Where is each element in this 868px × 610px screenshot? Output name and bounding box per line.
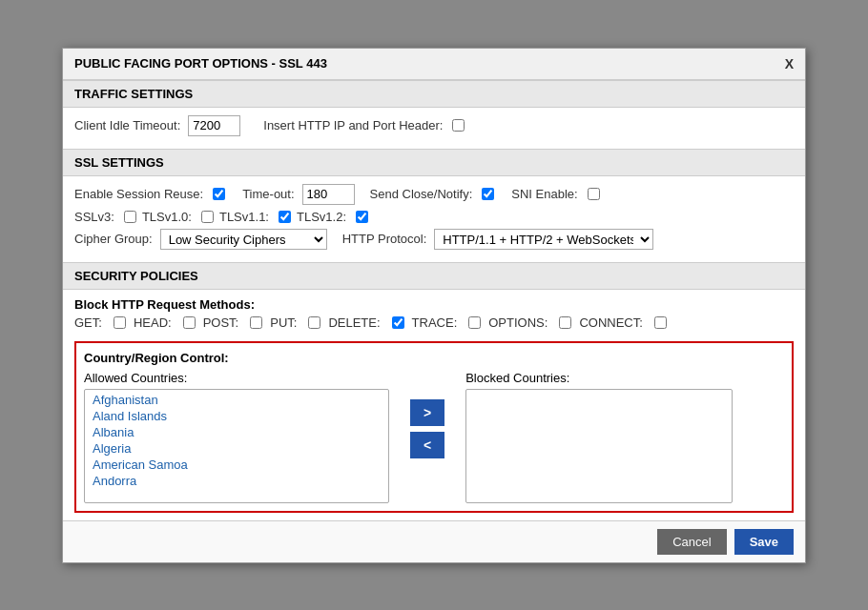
method-head-label: HEAD: bbox=[134, 315, 172, 330]
client-idle-timeout-label: Client Idle Timeout: bbox=[74, 118, 180, 132]
cancel-button[interactable]: Cancel bbox=[657, 529, 726, 555]
tlsv1-label: TLSv1.0: bbox=[142, 210, 192, 224]
tlsv1-checkbox[interactable] bbox=[201, 211, 214, 223]
traffic-form-row: Client Idle Timeout: Insert HTTP IP and … bbox=[74, 115, 794, 136]
method-options-checkbox[interactable] bbox=[559, 316, 571, 329]
ssl-row2: SSLv3: TLSv1.0: TLSv1.1: TLSv1.2: bbox=[74, 210, 794, 224]
dialog-title: PUBLIC FACING PORT OPTIONS - SSL 443 bbox=[74, 56, 327, 71]
timeout-label: Time-out: bbox=[242, 187, 294, 201]
dialog-titlebar: PUBLIC FACING PORT OPTIONS - SSL 443 X bbox=[63, 49, 805, 80]
insert-http-checkbox[interactable] bbox=[452, 119, 465, 132]
send-close-notify-label: Send Close/Notify: bbox=[370, 187, 473, 201]
method-connect-checkbox[interactable] bbox=[654, 316, 667, 329]
country-section-title: Country/Region Control: bbox=[84, 351, 784, 365]
method-get-checkbox[interactable] bbox=[114, 316, 126, 329]
insert-http-label: Insert HTTP IP and Port Header: bbox=[263, 118, 443, 132]
traffic-settings-content: Client Idle Timeout: Insert HTTP IP and … bbox=[63, 108, 805, 149]
method-put-checkbox[interactable] bbox=[308, 316, 320, 329]
blocked-countries-listbox[interactable] bbox=[465, 389, 733, 503]
cipher-group-select[interactable]: Low Security Ciphers Medium Security Cip… bbox=[160, 229, 327, 250]
sslv3-checkbox[interactable] bbox=[124, 211, 136, 223]
tlsv1-1-checkbox[interactable] bbox=[279, 211, 291, 223]
ssl-row3: Cipher Group: Low Security Ciphers Mediu… bbox=[74, 229, 794, 250]
remove-country-button[interactable]: < bbox=[410, 432, 444, 458]
method-options-label: OPTIONS: bbox=[488, 315, 548, 330]
add-country-button[interactable]: > bbox=[410, 399, 444, 426]
method-delete-checkbox[interactable] bbox=[392, 316, 404, 329]
traffic-settings-header: TRAFFIC SETTINGS bbox=[63, 80, 805, 108]
method-trace-checkbox[interactable] bbox=[468, 316, 481, 329]
save-button[interactable]: Save bbox=[734, 529, 794, 555]
method-post-label: POST: bbox=[203, 315, 239, 330]
ssl-row1: Enable Session Reuse: Time-out: Send Clo… bbox=[74, 184, 794, 205]
tlsv1-2-checkbox[interactable] bbox=[356, 211, 368, 223]
sni-enable-label: SNI Enable: bbox=[511, 187, 577, 201]
http-protocol-select[interactable]: HTTP/1.1 + HTTP/2 + WebSockets HTTP/1.1 … bbox=[434, 229, 653, 250]
http-methods-row: GET: HEAD: POST: PUT: DELETE: TRACE: OPT… bbox=[74, 315, 794, 330]
ssl-settings-content: Enable Session Reuse: Time-out: Send Clo… bbox=[63, 176, 805, 262]
method-trace-label: TRACE: bbox=[412, 315, 458, 330]
dialog-footer: Cancel Save bbox=[63, 520, 805, 562]
timeout-input[interactable] bbox=[302, 184, 355, 205]
tlsv1-2-label: TLSv1.2: bbox=[297, 210, 346, 224]
blocked-countries-label: Blocked Countries: bbox=[465, 371, 733, 385]
method-delete-label: DELETE: bbox=[328, 315, 380, 330]
security-policies-header: SECURITY POLICIES bbox=[63, 262, 805, 290]
http-protocol-label: HTTP Protocol: bbox=[342, 232, 427, 246]
tlsv1-1-label: TLSv1.1: bbox=[219, 210, 269, 224]
method-head-checkbox[interactable] bbox=[183, 316, 196, 329]
send-close-notify-checkbox[interactable] bbox=[482, 188, 494, 200]
client-idle-timeout-input[interactable] bbox=[188, 115, 240, 136]
enable-session-reuse-checkbox[interactable] bbox=[213, 188, 225, 200]
ssl-settings-header: SSL SETTINGS bbox=[63, 149, 805, 176]
method-get-label: GET: bbox=[74, 315, 102, 330]
close-button[interactable]: X bbox=[785, 56, 794, 71]
security-policies-content: Block HTTP Request Methods: GET: HEAD: P… bbox=[63, 290, 805, 337]
transfer-buttons: > < bbox=[410, 399, 444, 458]
method-put-label: PUT: bbox=[270, 315, 297, 330]
block-http-label: Block HTTP Request Methods: bbox=[74, 297, 794, 312]
enable-session-reuse-label: Enable Session Reuse: bbox=[74, 187, 203, 201]
country-region-section: Country/Region Control: Allowed Countrie… bbox=[74, 341, 794, 513]
main-dialog: PUBLIC FACING PORT OPTIONS - SSL 443 X T… bbox=[62, 48, 806, 563]
allowed-countries-label: Allowed Countries: bbox=[84, 371, 399, 385]
cipher-group-label: Cipher Group: bbox=[74, 232, 153, 246]
method-post-checkbox[interactable] bbox=[250, 316, 262, 329]
allowed-countries-listbox[interactable]: Afghanistan Aland Islands Albania Algeri… bbox=[84, 389, 389, 503]
method-connect-label: CONNECT: bbox=[579, 315, 642, 330]
sslv3-label: SSLv3: bbox=[74, 210, 114, 224]
sni-enable-checkbox[interactable] bbox=[588, 188, 600, 200]
